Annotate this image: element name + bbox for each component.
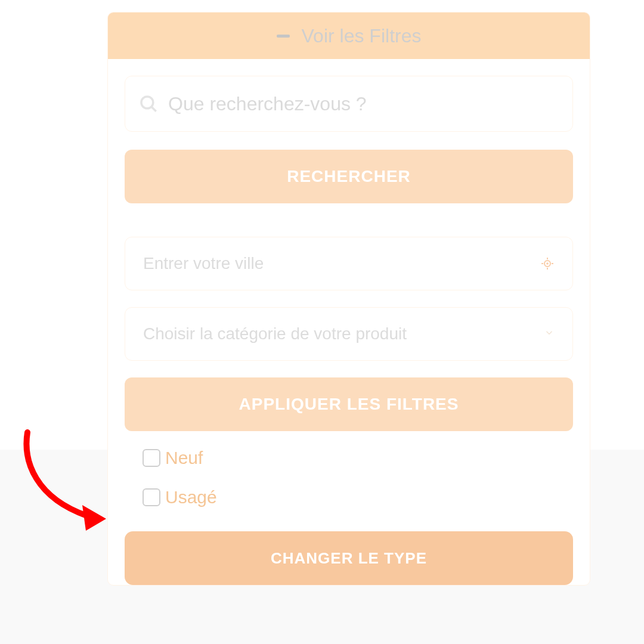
search-icon [138, 94, 168, 114]
category-select[interactable]: Choisir la catégorie de votre produit [125, 307, 573, 361]
apply-filters-button[interactable]: APPLIQUER LES FILTRES [125, 377, 573, 431]
filters-body: RECHERCHER Choisir la catégorie de votre… [108, 59, 590, 585]
filters-header[interactable]: Voir les Filtres [108, 13, 590, 59]
change-type-button[interactable]: CHANGER LE TYPE [125, 531, 573, 585]
condition-label: Neuf [165, 448, 203, 468]
svg-point-0 [141, 97, 153, 109]
tutorial-arrow [16, 426, 117, 534]
city-field[interactable] [125, 237, 573, 290]
category-placeholder: Choisir la catégorie de votre produit [143, 324, 544, 343]
condition-section: Neuf Usagé [125, 431, 573, 531]
chevron-down-icon [544, 327, 555, 340]
search-row [125, 76, 573, 132]
condition-option-neuf[interactable]: Neuf [143, 448, 555, 468]
filters-header-title: Voir les Filtres [302, 25, 422, 47]
condition-option-usage[interactable]: Usagé [143, 487, 555, 507]
svg-point-3 [546, 262, 549, 265]
search-button[interactable]: RECHERCHER [125, 150, 573, 203]
search-input[interactable] [168, 93, 559, 115]
condition-label: Usagé [165, 487, 217, 507]
checkbox-neuf[interactable] [143, 449, 160, 467]
svg-line-1 [151, 107, 156, 111]
checkbox-usage[interactable] [143, 488, 160, 506]
locate-icon[interactable] [540, 256, 555, 271]
minus-icon [277, 35, 290, 38]
city-input[interactable] [143, 254, 540, 273]
filters-panel: Voir les Filtres RECHERCHER Choisir la c… [107, 12, 590, 586]
